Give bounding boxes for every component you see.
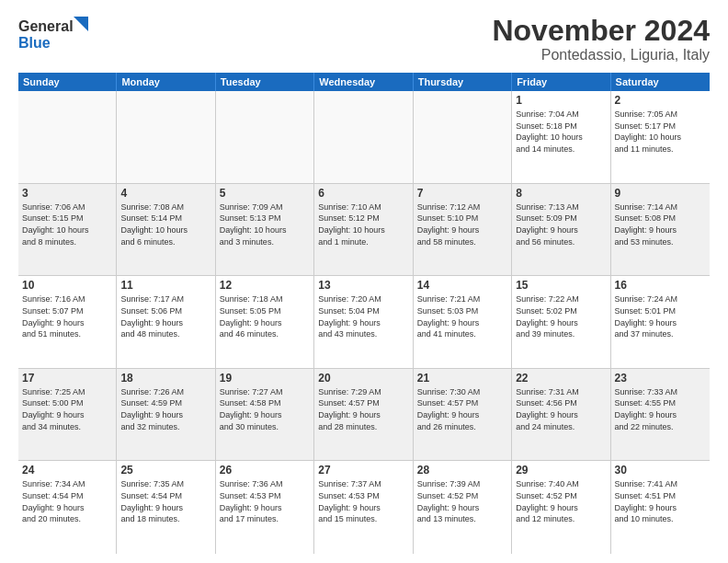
- day-number: 21: [417, 372, 507, 385]
- location: Pontedassio, Liguria, Italy: [492, 47, 710, 63]
- logo-icon: GeneralBlue: [18, 15, 92, 52]
- day-number: 12: [220, 279, 310, 292]
- week-row-4: 24Sunrise: 7:34 AM Sunset: 4:54 PM Dayli…: [18, 461, 710, 554]
- cal-cell: 13Sunrise: 7:20 AM Sunset: 5:04 PM Dayli…: [314, 276, 413, 368]
- header-day-thursday: Thursday: [414, 73, 512, 91]
- cal-cell: 17Sunrise: 7:25 AM Sunset: 5:00 PM Dayli…: [18, 369, 117, 461]
- cal-cell: 1Sunrise: 7:04 AM Sunset: 5:18 PM Daylig…: [512, 91, 610, 183]
- day-number: 8: [516, 187, 606, 200]
- cal-cell: 10Sunrise: 7:16 AM Sunset: 5:07 PM Dayli…: [18, 276, 117, 368]
- day-number: 15: [516, 279, 606, 292]
- day-number: 3: [22, 187, 112, 200]
- day-info: Sunrise: 7:27 AM Sunset: 4:58 PM Dayligh…: [220, 386, 310, 432]
- svg-marker-2: [74, 17, 88, 31]
- header-day-saturday: Saturday: [611, 73, 710, 91]
- day-number: 10: [22, 279, 112, 292]
- day-number: 18: [120, 372, 210, 385]
- day-info: Sunrise: 7:41 AM Sunset: 4:51 PM Dayligh…: [615, 478, 706, 524]
- day-info: Sunrise: 7:31 AM Sunset: 4:56 PM Dayligh…: [516, 386, 606, 432]
- cal-cell: 24Sunrise: 7:34 AM Sunset: 4:54 PM Dayli…: [18, 461, 117, 554]
- cal-cell: [216, 91, 314, 183]
- day-info: Sunrise: 7:06 AM Sunset: 5:15 PM Dayligh…: [22, 201, 112, 247]
- day-number: 6: [318, 187, 408, 200]
- cal-cell: 15Sunrise: 7:22 AM Sunset: 5:02 PM Dayli…: [512, 276, 610, 368]
- svg-text:General: General: [18, 18, 74, 34]
- day-info: Sunrise: 7:36 AM Sunset: 4:53 PM Dayligh…: [220, 478, 310, 524]
- cal-cell: 7Sunrise: 7:12 AM Sunset: 5:10 PM Daylig…: [414, 184, 512, 276]
- logo: GeneralBlue: [18, 15, 92, 52]
- day-number: 17: [22, 372, 112, 385]
- day-info: Sunrise: 7:25 AM Sunset: 5:00 PM Dayligh…: [22, 386, 112, 432]
- day-number: 20: [318, 372, 408, 385]
- cal-cell: 11Sunrise: 7:17 AM Sunset: 5:06 PM Dayli…: [117, 276, 215, 368]
- day-info: Sunrise: 7:12 AM Sunset: 5:10 PM Dayligh…: [417, 201, 507, 247]
- cal-cell: 12Sunrise: 7:18 AM Sunset: 5:05 PM Dayli…: [216, 276, 314, 368]
- cal-cell: 19Sunrise: 7:27 AM Sunset: 4:58 PM Dayli…: [216, 369, 314, 461]
- day-info: Sunrise: 7:08 AM Sunset: 5:14 PM Dayligh…: [120, 201, 210, 247]
- day-number: 25: [120, 464, 210, 477]
- day-info: Sunrise: 7:14 AM Sunset: 5:08 PM Dayligh…: [615, 201, 706, 247]
- day-info: Sunrise: 7:13 AM Sunset: 5:09 PM Dayligh…: [516, 201, 606, 247]
- day-info: Sunrise: 7:40 AM Sunset: 4:52 PM Dayligh…: [516, 478, 606, 524]
- cal-cell: 28Sunrise: 7:39 AM Sunset: 4:52 PM Dayli…: [414, 461, 512, 554]
- cal-cell: 6Sunrise: 7:10 AM Sunset: 5:12 PM Daylig…: [314, 184, 413, 276]
- day-info: Sunrise: 7:05 AM Sunset: 5:17 PM Dayligh…: [615, 109, 706, 155]
- cal-cell: 3Sunrise: 7:06 AM Sunset: 5:15 PM Daylig…: [18, 184, 117, 276]
- header: GeneralBlue November 2024 Pontedassio, L…: [18, 15, 710, 63]
- day-number: 26: [220, 464, 310, 477]
- cal-cell: 2Sunrise: 7:05 AM Sunset: 5:17 PM Daylig…: [611, 91, 710, 183]
- cal-cell: 26Sunrise: 7:36 AM Sunset: 4:53 PM Dayli…: [216, 461, 314, 554]
- cal-cell: 25Sunrise: 7:35 AM Sunset: 4:54 PM Dayli…: [117, 461, 215, 554]
- day-number: 5: [220, 187, 310, 200]
- day-info: Sunrise: 7:09 AM Sunset: 5:13 PM Dayligh…: [220, 201, 310, 247]
- cal-cell: 14Sunrise: 7:21 AM Sunset: 5:03 PM Dayli…: [414, 276, 512, 368]
- week-row-2: 10Sunrise: 7:16 AM Sunset: 5:07 PM Dayli…: [18, 276, 710, 369]
- cal-cell: 30Sunrise: 7:41 AM Sunset: 4:51 PM Dayli…: [611, 461, 710, 554]
- header-day-wednesday: Wednesday: [314, 73, 413, 91]
- day-info: Sunrise: 7:30 AM Sunset: 4:57 PM Dayligh…: [417, 386, 507, 432]
- day-number: 4: [120, 187, 210, 200]
- day-info: Sunrise: 7:34 AM Sunset: 4:54 PM Dayligh…: [22, 478, 112, 524]
- cal-cell: 23Sunrise: 7:33 AM Sunset: 4:55 PM Dayli…: [611, 369, 710, 461]
- cal-cell: 5Sunrise: 7:09 AM Sunset: 5:13 PM Daylig…: [216, 184, 314, 276]
- cal-cell: 18Sunrise: 7:26 AM Sunset: 4:59 PM Dayli…: [117, 369, 215, 461]
- day-info: Sunrise: 7:39 AM Sunset: 4:52 PM Dayligh…: [417, 478, 507, 524]
- week-row-1: 3Sunrise: 7:06 AM Sunset: 5:15 PM Daylig…: [18, 184, 710, 277]
- day-info: Sunrise: 7:04 AM Sunset: 5:18 PM Dayligh…: [516, 109, 606, 155]
- day-info: Sunrise: 7:18 AM Sunset: 5:05 PM Dayligh…: [220, 293, 310, 339]
- header-day-monday: Monday: [117, 73, 215, 91]
- day-info: Sunrise: 7:24 AM Sunset: 5:01 PM Dayligh…: [615, 293, 706, 339]
- header-day-sunday: Sunday: [18, 73, 117, 91]
- day-number: 22: [516, 372, 606, 385]
- cal-cell: 20Sunrise: 7:29 AM Sunset: 4:57 PM Dayli…: [314, 369, 413, 461]
- day-info: Sunrise: 7:21 AM Sunset: 5:03 PM Dayligh…: [417, 293, 507, 339]
- cal-cell: 29Sunrise: 7:40 AM Sunset: 4:52 PM Dayli…: [512, 461, 610, 554]
- header-day-tuesday: Tuesday: [216, 73, 314, 91]
- day-info: Sunrise: 7:20 AM Sunset: 5:04 PM Dayligh…: [318, 293, 408, 339]
- cal-cell: [414, 91, 512, 183]
- day-number: 14: [417, 279, 507, 292]
- day-number: 23: [615, 372, 706, 385]
- day-number: 1: [516, 94, 606, 107]
- day-info: Sunrise: 7:33 AM Sunset: 4:55 PM Dayligh…: [615, 386, 706, 432]
- day-number: 24: [22, 464, 112, 477]
- day-info: Sunrise: 7:37 AM Sunset: 4:53 PM Dayligh…: [318, 478, 408, 524]
- cal-cell: 16Sunrise: 7:24 AM Sunset: 5:01 PM Dayli…: [611, 276, 710, 368]
- day-info: Sunrise: 7:10 AM Sunset: 5:12 PM Dayligh…: [318, 201, 408, 247]
- day-number: 30: [615, 464, 706, 477]
- day-number: 7: [417, 187, 507, 200]
- day-number: 2: [615, 94, 706, 107]
- day-number: 27: [318, 464, 408, 477]
- week-row-0: 1Sunrise: 7:04 AM Sunset: 5:18 PM Daylig…: [18, 91, 710, 184]
- cal-cell: [314, 91, 413, 183]
- month-title: November 2024: [492, 15, 710, 47]
- calendar: SundayMondayTuesdayWednesdayThursdayFrid…: [18, 73, 710, 554]
- day-number: 16: [615, 279, 706, 292]
- cal-cell: 8Sunrise: 7:13 AM Sunset: 5:09 PM Daylig…: [512, 184, 610, 276]
- day-info: Sunrise: 7:26 AM Sunset: 4:59 PM Dayligh…: [120, 386, 210, 432]
- day-number: 19: [220, 372, 310, 385]
- day-info: Sunrise: 7:35 AM Sunset: 4:54 PM Dayligh…: [120, 478, 210, 524]
- day-number: 11: [120, 279, 210, 292]
- title-section: November 2024 Pontedassio, Liguria, Ital…: [492, 15, 710, 63]
- day-number: 13: [318, 279, 408, 292]
